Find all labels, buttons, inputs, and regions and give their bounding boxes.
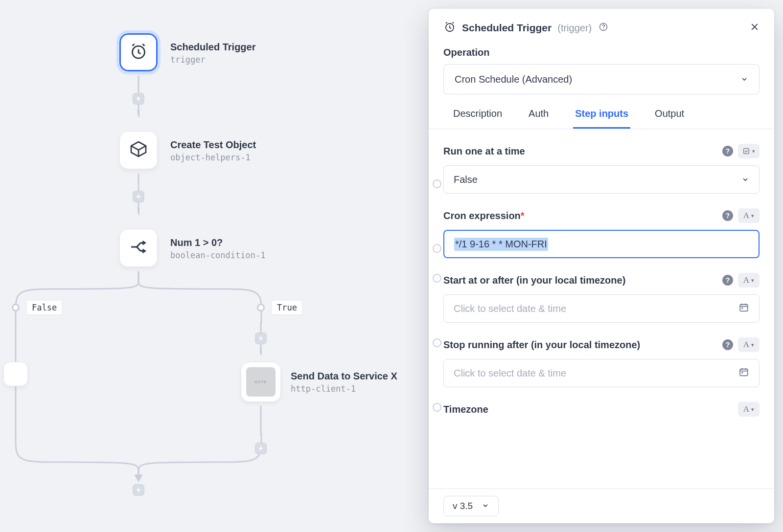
field-connector-icon — [433, 274, 441, 283]
field-label: Run one at a time — [443, 146, 717, 157]
node-scheduled-trigger[interactable] — [119, 33, 158, 71]
field-type-chip[interactable]: A▾ — [738, 337, 760, 352]
chevron-down-icon — [740, 74, 748, 86]
node-subtitle: object-helpers-1 — [170, 153, 256, 162]
calendar-icon — [738, 302, 749, 315]
field-connector-icon — [433, 403, 441, 412]
step-config-panel: Scheduled Trigger (trigger) Operation Cr… — [429, 9, 774, 523]
tab-description[interactable]: Description — [451, 108, 504, 129]
node-subtitle: http-client-1 — [291, 384, 397, 394]
branch-label-true: True — [272, 300, 302, 315]
add-step-button[interactable]: + — [255, 443, 267, 454]
help-icon[interactable]: ? — [722, 275, 733, 286]
branch-label-false: False — [26, 300, 62, 315]
calendar-icon — [738, 367, 749, 380]
node-http-client[interactable]: HTTP — [241, 362, 281, 402]
panel-title: Scheduled Trigger — [462, 22, 552, 34]
branch-icon — [129, 237, 148, 259]
svg-marker-1 — [138, 110, 139, 118]
branch-dot — [257, 304, 265, 311]
node-boolean-condition[interactable] — [119, 229, 158, 267]
stop-at-input[interactable]: Click to select date & time — [443, 359, 760, 387]
svg-rect-15 — [741, 308, 743, 309]
version-value: v 3.5 — [453, 501, 473, 511]
help-icon[interactable] — [599, 22, 608, 34]
svg-marker-6 — [260, 348, 262, 356]
field-connector-icon — [433, 179, 441, 188]
field-type-chip[interactable]: A▾ — [738, 208, 760, 223]
svg-marker-8 — [135, 475, 142, 482]
svg-point-12 — [603, 28, 604, 29]
run-one-select[interactable]: False — [443, 165, 760, 194]
cron-expression-value: */1 9-16 * * MON-FRI — [454, 238, 548, 251]
field-connector-icon — [433, 244, 441, 253]
node-title: Create Test Object — [170, 139, 256, 151]
close-icon[interactable] — [750, 22, 760, 34]
field-connector-icon — [433, 338, 441, 347]
node-title: Num 1 > 0? — [170, 237, 265, 248]
step-inputs-form: Run one at a time ? ▾ False — [429, 129, 774, 488]
field-label: Start at or after (in your local timezon… — [443, 275, 717, 286]
svg-rect-14 — [740, 304, 748, 311]
node-title: Send Data to Service X — [291, 371, 397, 382]
svg-rect-13 — [744, 149, 749, 154]
node-subtitle: boolean-condition-1 — [170, 250, 265, 260]
node-title: Scheduled Trigger — [170, 42, 255, 53]
node-empty[interactable] — [3, 362, 28, 386]
chevron-down-icon — [741, 175, 749, 186]
panel-title-tag: (trigger) — [557, 22, 592, 34]
svg-rect-17 — [741, 372, 743, 374]
branch-dot — [12, 304, 20, 311]
field-label: Timezone — [443, 404, 733, 415]
field-label: Cron expression* — [443, 210, 717, 222]
node-subtitle: trigger — [170, 55, 255, 65]
tab-auth[interactable]: Auth — [527, 108, 551, 129]
add-step-button[interactable]: + — [133, 191, 144, 202]
stop-at-placeholder: Click to select date & time — [454, 368, 566, 379]
field-label: Stop running after (in your local timezo… — [443, 339, 717, 351]
add-step-button[interactable]: + — [255, 332, 267, 344]
add-step-button[interactable]: + — [133, 93, 144, 105]
add-step-button[interactable]: + — [133, 484, 144, 496]
operation-select[interactable]: Cron Schedule (Advanced) — [443, 64, 760, 94]
tab-output[interactable]: Output — [653, 108, 686, 129]
operation-value: Cron Schedule (Advanced) — [455, 74, 572, 85]
svg-rect-16 — [740, 369, 748, 376]
cron-expression-input[interactable]: */1 9-16 * * MON-FRI — [443, 230, 760, 258]
chevron-down-icon — [482, 501, 489, 512]
field-type-chip[interactable]: ▾ — [738, 144, 760, 158]
version-select[interactable]: v 3.5 — [443, 496, 499, 516]
alarm-clock-icon — [129, 42, 148, 63]
cube-icon — [129, 139, 148, 161]
tab-step-inputs[interactable]: Step inputs — [573, 108, 630, 129]
field-type-chip[interactable]: A▾ — [738, 273, 760, 288]
alarm-clock-icon — [443, 21, 456, 35]
help-icon[interactable]: ? — [722, 339, 733, 350]
field-type-chip[interactable]: A▾ — [738, 402, 760, 417]
operation-label: Operation — [429, 35, 774, 64]
panel-tabs: Description Auth Step inputs Output — [429, 94, 774, 129]
run-one-value: False — [454, 174, 478, 185]
start-at-input[interactable]: Click to select date & time — [443, 294, 760, 323]
svg-marker-3 — [138, 208, 139, 216]
start-at-placeholder: Click to select date & time — [454, 303, 566, 314]
http-icon: HTTP — [246, 367, 276, 397]
help-icon[interactable]: ? — [722, 210, 733, 221]
node-create-test-object[interactable] — [119, 131, 158, 169]
help-icon[interactable]: ? — [722, 146, 733, 156]
